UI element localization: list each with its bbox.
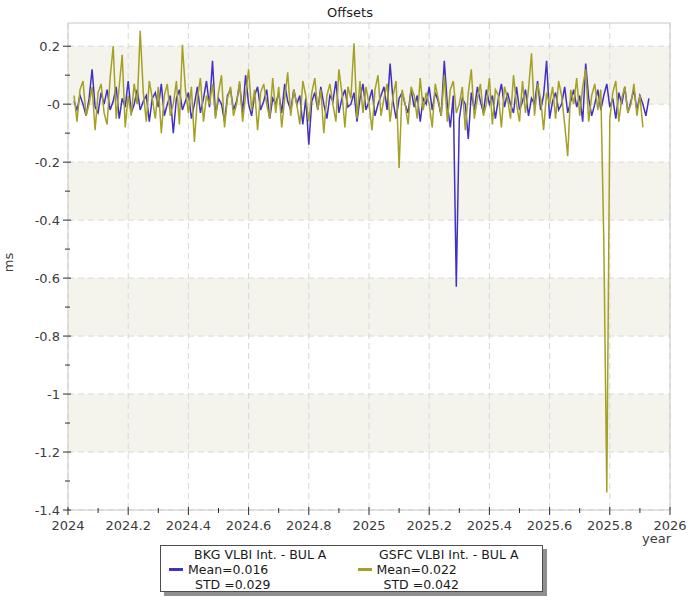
legend-std-value: STD =0.029 [195, 577, 270, 592]
legend-entry-bkg: BKG VLBI Int. - BUL A Mean=0.016 STD =0.… [163, 547, 352, 592]
legend-mean-value: Mean=0.016 [188, 562, 268, 577]
y-tick-label: -0.8 [35, 329, 60, 344]
offsets-figure: Offsets ms 20242024.22024.42024.62024.82… [0, 0, 700, 600]
y-tick-label: -0.2 [35, 155, 60, 170]
x-tick-label: 2024.6 [226, 518, 272, 533]
x-tick-label: 2025.6 [527, 518, 573, 533]
legend-entry-gsfc: GSFC VLBI Int. - BUL A Mean=0.022 STD =0… [352, 547, 541, 592]
x-tick-label: 2024.2 [105, 518, 151, 533]
x-tick-label: 2024.4 [166, 518, 212, 533]
series-line-swatch [358, 568, 372, 571]
legend-series-name: GSFC VLBI Int. - BUL A [358, 547, 541, 562]
y-tick-label: -1.4 [35, 503, 60, 518]
legend-std-value: STD =0.042 [384, 577, 459, 592]
legend: BKG VLBI Int. - BUL A Mean=0.016 STD =0.… [160, 545, 543, 592]
y-tick-label: -1 [47, 387, 60, 402]
y-tick-label: -0 [47, 97, 60, 112]
x-axis-label: year [571, 531, 671, 546]
y-tick-label: 0.2 [39, 39, 60, 54]
x-tick-label: 2025.2 [406, 518, 452, 533]
x-tick-label: 2024.8 [286, 518, 332, 533]
y-tick-label: -0.6 [35, 271, 60, 286]
y-tick-label: -0.4 [35, 213, 60, 228]
legend-series-name: BKG VLBI Int. - BUL A [169, 547, 352, 562]
plot-area: 20242024.22024.42024.62024.820252025.220… [0, 0, 700, 600]
y-tick-label: -1.2 [35, 445, 60, 460]
x-tick-label: 2025 [352, 518, 385, 533]
shaded-band [68, 162, 670, 220]
x-tick-label: 2025.4 [467, 518, 513, 533]
legend-mean-value: Mean=0.022 [377, 562, 457, 577]
x-tick-label: 2024 [51, 518, 84, 533]
series-line-swatch [169, 568, 183, 571]
